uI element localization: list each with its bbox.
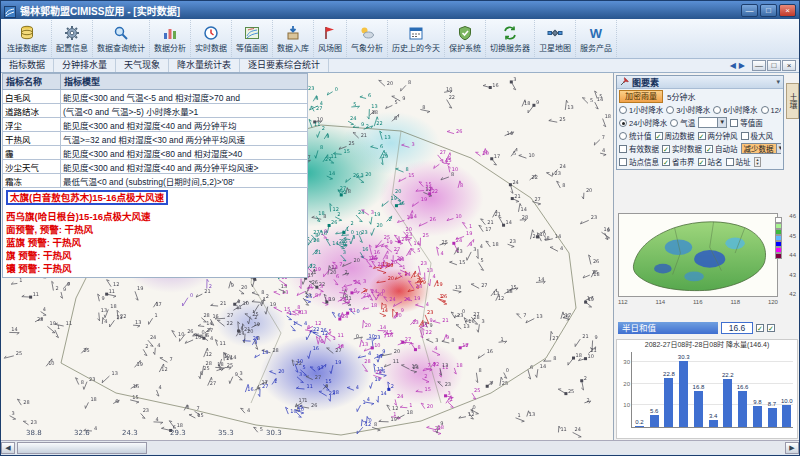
mdi-close-button[interactable]: × — [782, 60, 796, 71]
database-icon — [19, 25, 35, 41]
panel-pin-icon[interactable]: ▾ — [776, 78, 780, 86]
alert-line[interactable]: 镶 预警: 干热风 — [6, 262, 304, 275]
close-button[interactable]: × — [779, 4, 796, 17]
mdi-minimize-button[interactable]: — — [752, 60, 766, 71]
scroll-right-button[interactable]: ▶ — [785, 442, 799, 454]
alert-line[interactable]: 旗 预警: 干热风 — [6, 249, 304, 262]
halfday-checkbox[interactable]: ✓ — [767, 324, 775, 332]
toolbar-gear-button[interactable]: 配置信息 — [52, 20, 93, 57]
panel-rows: 加密雨量5分钟水1小时降水3小时降水6小时降水12小时降水24小时降水气温▼等值… — [617, 89, 783, 169]
horizontal-scrollbar[interactable]: ◀ ▶ — [1, 440, 799, 454]
inset-xticks: 112114116118120 — [618, 299, 778, 305]
alert-line[interactable]: 面预警, 预警: 干热风 — [6, 223, 304, 236]
checkbox-站点信息[interactable]: 站点信息 — [619, 156, 659, 167]
scrollbar-thumb[interactable] — [17, 442, 147, 454]
indicator-name: 道路结冰 — [3, 104, 61, 118]
inset-legend — [775, 217, 782, 259]
checkbox-站址[interactable]: 站址 — [726, 156, 751, 167]
toolbar-shield-button[interactable]: 保护系统 — [445, 20, 486, 57]
toolbar-products-button[interactable]: W服务产品 — [576, 20, 617, 57]
elements-panel-header[interactable]: 图要素 ▾ — [617, 76, 783, 89]
checkbox-周边数据[interactable]: ✓周边数据 — [655, 130, 695, 141]
indicator-row[interactable]: 干热风气温>=32 and 相对湿度<30 and 两分钟平均风速 — [3, 132, 308, 146]
toolbar-label: 风场图 — [318, 42, 342, 53]
tab-2[interactable]: 分钟排水量 — [54, 59, 116, 72]
minimize-button[interactable]: — — [741, 4, 758, 17]
halfday-bar: 半日和值 — [618, 322, 718, 334]
indicator-row[interactable]: 霜冻最低气温<0 and (substring(日期时间,5,2)>'08' — [3, 174, 308, 188]
toolbar-wind-button[interactable]: 风场图 — [314, 20, 347, 57]
radio-12小时降水[interactable]: 12小时降水 — [761, 104, 781, 115]
radio-3小时降水[interactable]: 3小时降水 — [666, 104, 710, 115]
alert-line[interactable]: 太旗(白音敖包苏木)15-16点极大风速 — [6, 190, 168, 205]
toolbar-search-button[interactable]: 数据查询统计 — [93, 20, 150, 57]
indicator-row[interactable]: 霾能见度<300 and 相对湿度<80 and 相对湿度>40 — [3, 146, 308, 160]
toolbar-label: 连接数据库 — [7, 42, 47, 53]
toolbar-weather-button[interactable]: 气象分析 — [347, 20, 388, 57]
legend-swatch — [775, 253, 782, 259]
checkbox-等值面[interactable]: 等值面 — [730, 117, 763, 128]
radio-6小时降水[interactable]: 6小时降水 — [713, 104, 757, 115]
radio-1小时降水[interactable]: 1小时降水 — [619, 104, 663, 115]
indicator-row[interactable]: 白毛风能见度<300 and 气温<-5 and 相对湿度>70 and — [3, 90, 308, 104]
toolbar-import-button[interactable]: 数据入库 — [273, 20, 314, 57]
tab-3[interactable]: 天气现象 — [116, 59, 169, 72]
checkbox-有效数据[interactable]: 有效数据 — [619, 143, 659, 154]
checkbox-极大风[interactable]: 极大风 — [741, 130, 774, 141]
halfday-row: 半日和值 16.6 ✓✓ — [618, 321, 796, 334]
mdi-controls: — □ × — [752, 60, 796, 71]
tab-1[interactable]: 指标数据 — [1, 59, 54, 72]
switch-icon — [502, 25, 518, 41]
chart-plot: 1020300.25.622.830.316.83.422.216.69.88.… — [631, 352, 793, 428]
indicator-row[interactable]: 沙尘天气能见度<300 and 相对湿度<40 and 两分钟平均风速> — [3, 160, 308, 174]
halfday-checkbox[interactable]: ✓ — [756, 324, 764, 332]
checkbox-省市界[interactable]: ✓省市界 — [662, 156, 695, 167]
bar — [709, 420, 718, 427]
indicator-model: 能见度<300 and 气温<-5 and 相对湿度>70 and — [61, 90, 308, 104]
radio-24小时降水[interactable]: 24小时降水 — [619, 117, 667, 128]
panel-combo[interactable]: 减少数据▼ — [741, 143, 782, 154]
toolbar-history-button[interactable]: 历史上的今天 — [388, 20, 445, 57]
tab-4[interactable]: 降水量统计表 — [169, 59, 240, 72]
toolbar-database-button[interactable]: 连接数据库 — [3, 20, 52, 57]
indicator-name: 浮尘 — [3, 118, 61, 132]
inset-map — [618, 213, 778, 297]
products-icon: W — [588, 25, 604, 41]
indicator-row[interactable]: 浮尘能见度<300 and 相对湿度<40 and 两分钟平均 — [3, 118, 308, 132]
realtime-icon — [203, 25, 219, 41]
satellite-icon — [547, 25, 563, 41]
checkbox-自动站[interactable]: ✓自动站 — [705, 143, 738, 154]
alert-line[interactable]: 西乌旗(哈日根台)15-16点极大风速 — [6, 210, 304, 223]
toolbar-switch-button[interactable]: 切换服务器 — [486, 20, 535, 57]
chart-title: 2082-27日08时-28日08时 降水量(146.4) — [617, 340, 797, 350]
checkbox-站名[interactable]: ✓站名 — [698, 156, 723, 167]
tab-side-controls: ◀ ▶ — □ × — [730, 60, 799, 71]
stepper[interactable]: ▲▼ — [754, 157, 762, 167]
window-title: 锡林郭勒盟CIMISS应用 - [实时数据] — [20, 3, 737, 18]
toolbar-analyze-button[interactable]: 数据分析 — [150, 20, 191, 57]
scrollbar-track[interactable] — [15, 442, 785, 454]
tab-5[interactable]: 逐日要素综合统计 — [240, 59, 329, 72]
alert-line[interactable]: 蓝旗 预警: 干热风 — [6, 236, 304, 249]
indicator-row[interactable]: 道路结冰(气温<0 and 气温>-5) 小时降水量>1 — [3, 104, 308, 118]
tab-soil[interactable]: 土壤 — [786, 83, 799, 119]
panel-button[interactable]: 加密雨量 — [619, 90, 663, 103]
halfday-checks: ✓✓ — [756, 324, 775, 332]
toolbar-satellite-button[interactable]: 卫星地图 — [535, 20, 576, 57]
mdi-restore-button[interactable]: □ — [767, 60, 781, 71]
radio-气温[interactable]: 气温 — [670, 117, 695, 128]
tabs-prev-button[interactable]: ◀ — [730, 61, 736, 70]
bar — [650, 415, 659, 427]
window-controls: — □ × — [741, 4, 796, 17]
toolbar-realtime-button[interactable]: 实时数据 — [191, 20, 232, 57]
panel-combo[interactable]: ▼ — [698, 117, 727, 128]
inset-yticks: 4645444342 — [784, 213, 796, 297]
scroll-left-button[interactable]: ◀ — [1, 442, 15, 454]
maximize-button[interactable]: □ — [760, 4, 777, 17]
checkbox-实时数据[interactable]: ✓实时数据 — [662, 143, 702, 154]
toolbar-contour-button[interactable]: 等值面图 — [232, 20, 273, 57]
tabs-next-button[interactable]: ▶ — [739, 61, 745, 70]
weather-map[interactable]: 指标名称 指标模型 白毛风能见度<300 and 气温<-5 and 相对湿度>… — [1, 73, 613, 440]
checkbox-两分钟风[interactable]: ✓两分钟风 — [698, 130, 738, 141]
radio-统计值[interactable]: 统计值 — [619, 130, 652, 141]
